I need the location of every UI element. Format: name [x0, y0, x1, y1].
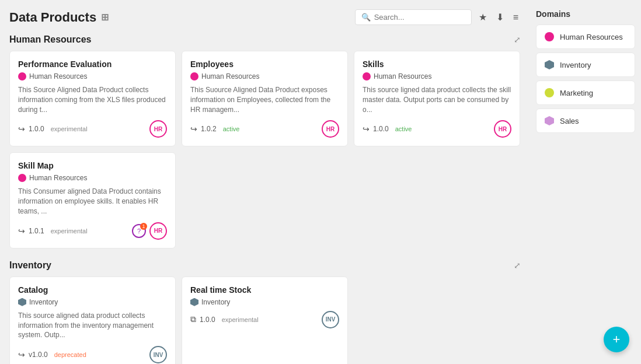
main-content: Data Products ⊞ 🔍 ★ ⬇ ≡ Human Resources …	[0, 0, 530, 364]
version-arrow-skills: ↪	[363, 124, 370, 134]
domain-dot-employees	[190, 72, 198, 80]
status-badge-catalog: deprecated	[51, 351, 89, 359]
domain-badge-real-time-stock: INV	[322, 311, 339, 328]
version-info-real-time-stock: ⧉ 1.0.0 experimental	[190, 314, 262, 324]
card-catalog[interactable]: Catalog Inventory This source aligned da…	[9, 276, 176, 364]
status-badge-skill-map: experimental	[48, 227, 90, 235]
star-button[interactable]: ★	[476, 10, 489, 24]
domain-badge-skill-map: HR	[149, 222, 167, 240]
card-title-skills: Skills	[363, 60, 511, 69]
version-info-employees: ↪ 1.0.2 active	[190, 124, 242, 134]
version-number-catalog: v1.0.0	[29, 351, 48, 359]
card-footer-perf-eval: ↪ 1.0.0 experimental HR	[18, 120, 167, 138]
version-number-skills: 1.0.0	[373, 125, 389, 133]
sidebar-label-mkt: Marketing	[560, 89, 593, 97]
domain-label-perf-eval: Human Resources	[29, 72, 87, 80]
card-desc-skills: This source ligned data product collects…	[363, 85, 511, 114]
sidebar-dot-sales	[545, 116, 554, 125]
domain-dot-catalog	[18, 298, 26, 306]
card-footer-employees: ↪ 1.0.2 active HR	[190, 120, 339, 138]
domain-label-real-time-stock: Inventory	[201, 298, 230, 306]
domain-dot-skills	[363, 72, 371, 80]
card-desc-employees: This Suource Aligned Data Product expose…	[190, 85, 339, 114]
fab-button[interactable]: +	[604, 327, 629, 352]
version-number-real-time-stock: 1.0.0	[200, 316, 215, 324]
section-header-human-resources: Human Resources ⤢	[9, 34, 521, 45]
card-skill-map[interactable]: Skill Map Human Resources This Consumer …	[9, 152, 176, 248]
section-title-inventory: Inventory	[9, 260, 51, 271]
header-actions: 🔍 ★ ⬇ ≡	[355, 9, 521, 25]
search-icon: 🔍	[361, 13, 371, 22]
footer-right-catalog: INV	[149, 346, 167, 363]
card-title-employees: Employees	[190, 60, 339, 69]
footer-right-skills: HR	[494, 120, 511, 138]
card-real-time-stock[interactable]: Real time Stock Inventory ⧉ 1.0.0 experi…	[182, 276, 348, 364]
domain-label-skills: Human Resources	[374, 72, 431, 80]
card-domain-catalog: Inventory	[18, 298, 167, 306]
card-domain-skills: Human Resources	[363, 72, 511, 80]
sidebar: Domains Human Resources Inventory Market…	[530, 0, 641, 364]
sidebar-items: Human Resources Inventory Marketing Sale…	[536, 24, 635, 133]
sections-container: Human Resources ⤢ Performance Evaluation…	[9, 34, 521, 364]
section-human-resources: Human Resources ⤢ Performance Evaluation…	[9, 34, 521, 249]
version-info-perf-eval: ↪ 1.0.0 experimental	[18, 124, 90, 134]
version-arrow-catalog: ↪	[18, 350, 25, 359]
version-info-catalog: ↪ v1.0.0 deprecated	[18, 350, 89, 359]
sidebar-item-inv[interactable]: Inventory	[536, 52, 635, 77]
footer-right-real-time-stock: INV	[322, 311, 339, 328]
version-info-skills: ↪ 1.0.0 active	[363, 124, 414, 134]
page-title: Data Products ⊞	[9, 10, 109, 25]
domain-badge-skills: HR	[494, 120, 511, 138]
filter-button[interactable]: ≡	[511, 11, 521, 24]
card-domain-skill-map: Human Resources	[18, 174, 167, 182]
card-employees[interactable]: Employees Human Resources This Suource A…	[182, 51, 348, 146]
sidebar-item-hr[interactable]: Human Resources	[536, 24, 635, 49]
section-link-inventory[interactable]: ⤢	[514, 261, 521, 270]
footer-right-employees: HR	[322, 120, 339, 138]
domain-label-employees: Human Resources	[201, 72, 259, 80]
domain-dot-perf-eval	[18, 72, 26, 80]
card-footer-catalog: ↪ v1.0.0 deprecated INV	[18, 346, 167, 363]
sidebar-title: Domains	[536, 9, 635, 19]
card-desc-perf-eval: This Source Aligned Data Product collect…	[18, 85, 167, 114]
cards-grid-human-resources: Performance Evaluation Human Resources T…	[9, 51, 521, 249]
card-desc-catalog: This source aligned data product collect…	[18, 311, 167, 340]
card-footer-skill-map: ↪ 1.0.1 experimental ?1 HR	[18, 222, 167, 240]
status-badge-employees: active	[220, 125, 243, 133]
domain-badge-catalog: INV	[149, 346, 167, 363]
version-number-employees: 1.0.2	[201, 125, 217, 133]
cards-grid-inventory: Catalog Inventory This source aligned da…	[9, 276, 521, 364]
card-domain-perf-eval: Human Resources	[18, 72, 167, 80]
footer-right-skill-map: ?1 HR	[132, 222, 167, 240]
sidebar-dot-hr	[545, 32, 554, 41]
domain-label-catalog: Inventory	[29, 298, 58, 306]
domain-label-skill-map: Human Resources	[29, 174, 87, 182]
layers-icon: ⧉	[190, 314, 196, 324]
page-header: Data Products ⊞ 🔍 ★ ⬇ ≡	[9, 9, 521, 25]
card-title-skill-map: Skill Map	[18, 161, 167, 170]
search-input[interactable]	[374, 13, 465, 22]
card-skills[interactable]: Skills Human Resources This source ligne…	[354, 51, 520, 146]
sidebar-label-sales: Sales	[560, 117, 579, 125]
card-footer-real-time-stock: ⧉ 1.0.0 experimental INV	[190, 311, 339, 328]
sidebar-item-mkt[interactable]: Marketing	[536, 80, 635, 105]
question-badge-skill-map[interactable]: ?1	[132, 224, 146, 238]
status-badge-perf-eval: experimental	[48, 125, 90, 133]
sidebar-item-sales[interactable]: Sales	[536, 108, 635, 133]
domain-badge-employees: HR	[322, 120, 339, 138]
card-title-perf-eval: Performance Evaluation	[18, 60, 167, 69]
sidebar-label-hr: Human Resources	[560, 33, 623, 41]
section-link-human-resources[interactable]: ⤢	[514, 35, 521, 44]
grid-icon: ⊞	[101, 12, 109, 23]
version-arrow-skill-map: ↪	[18, 226, 25, 236]
card-title-real-time-stock: Real time Stock	[190, 285, 339, 295]
section-inventory: Inventory ⤢ Catalog Inventory This sourc…	[9, 260, 521, 364]
version-arrow-employees: ↪	[190, 124, 197, 134]
download-button[interactable]: ⬇	[494, 10, 506, 24]
version-arrow-perf-eval: ↪	[18, 124, 25, 134]
card-desc-skill-map: This Consumer aligned Data Product conta…	[18, 187, 167, 216]
footer-right-perf-eval: HR	[149, 120, 167, 138]
version-number-perf-eval: 1.0.0	[29, 125, 44, 133]
card-perf-eval[interactable]: Performance Evaluation Human Resources T…	[9, 51, 176, 146]
search-box[interactable]: 🔍	[355, 9, 472, 25]
